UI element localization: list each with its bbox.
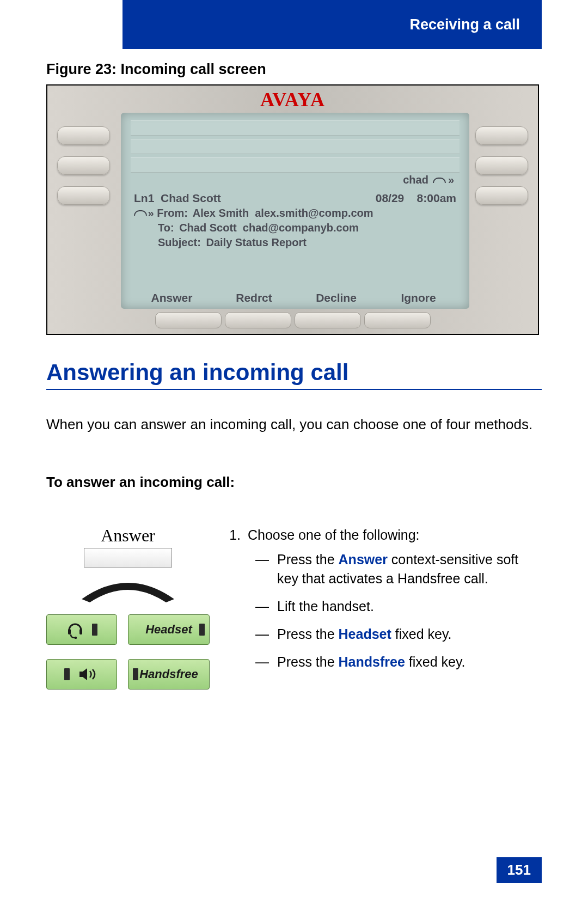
handsfree-key-label: Handsfree (139, 667, 198, 681)
from-label: From: (157, 207, 188, 219)
led-indicator (92, 624, 97, 636)
led-indicator (133, 668, 138, 680)
softkey-answer[interactable]: Answer (131, 291, 213, 304)
section-heading: Answering an incoming call (46, 359, 542, 390)
led-indicator (64, 668, 70, 680)
softkey-button-3[interactable] (295, 312, 361, 328)
header-title: Receiving a call (409, 16, 520, 33)
answer-softkey-label: Answer (46, 526, 210, 546)
softkey-hardware-row (155, 312, 431, 328)
svg-rect-0 (68, 629, 71, 635)
softkey-ignore[interactable]: Ignore (377, 291, 460, 304)
softkey-button-4[interactable] (364, 312, 431, 328)
step-illustration: Answer H (46, 526, 210, 690)
line-key-left-3[interactable] (57, 186, 110, 205)
brand-logo: AVAYA (260, 88, 325, 111)
line-key-right-3[interactable] (475, 186, 528, 205)
to-address: chad@companyb.com (243, 222, 359, 234)
headset-icon-key (46, 614, 117, 645)
handset-icon (134, 209, 145, 217)
option-handsfree: Press the Handsfree fixed key. (255, 652, 542, 672)
status-name: chad (403, 174, 428, 186)
handsfree-keyword: Handsfree (339, 654, 405, 669)
handsfree-icon-key (46, 659, 117, 690)
from-name: Alex Smith (193, 207, 249, 219)
svg-rect-1 (79, 629, 82, 635)
handsfree-label-key: Handsfree (128, 659, 210, 690)
from-address: alex.smith@comp.com (255, 207, 373, 219)
phone-lcd-screen: chad » Ln1 Chad Scott 08/29 8:00am (121, 113, 469, 309)
answer-keyword: Answer (339, 552, 388, 567)
subject-label: Subject: (158, 236, 201, 248)
line-key-left-1[interactable] (57, 126, 110, 145)
step-1-lead: Choose one of the following: (248, 527, 420, 542)
subject-line: Subject: Daily Status Report (131, 236, 460, 249)
softkey-button-1[interactable] (155, 312, 222, 328)
screen-row-2 (131, 139, 460, 154)
screen-row-3 (131, 157, 460, 173)
led-indicator (199, 624, 205, 636)
answer-softkey-graphic (84, 548, 172, 568)
ringing-icon: » (448, 174, 454, 186)
line-key-right-2[interactable] (475, 156, 528, 175)
call-info-line: Ln1 Chad Scott 08/29 8:00am (131, 192, 460, 205)
option-lift-handset: Lift the handset. (255, 597, 542, 616)
line-label: Ln1 (134, 192, 154, 204)
screen-status-line: chad » (131, 174, 460, 186)
to-name: Chad Scott (179, 222, 237, 234)
phone-figure: AVAYA chad » (46, 84, 539, 335)
to-label: To: (158, 222, 174, 234)
ringing-icon: » (148, 207, 154, 219)
handset-icon (76, 577, 180, 603)
subject-text: Daily Status Report (206, 236, 306, 248)
call-date: 08/29 (376, 192, 405, 204)
procedure-subheading: To answer an incoming call: (46, 474, 235, 491)
speaker-icon (77, 666, 99, 682)
from-line: » From: Alex Smith alex.smith@comp.com (131, 207, 460, 219)
line-key-left-2[interactable] (57, 156, 110, 175)
svg-point-2 (75, 637, 77, 639)
caller-name: Chad Scott (161, 192, 221, 204)
phone-body: AVAYA chad » (47, 86, 538, 334)
call-time: 8:00am (417, 192, 456, 204)
handset-icon (433, 176, 444, 184)
headset-label-key: Headset (128, 614, 210, 645)
softkey-decline[interactable]: Decline (295, 291, 377, 304)
softkey-button-2[interactable] (225, 312, 291, 328)
screen-row-1 (131, 120, 460, 136)
to-line: To: Chad Scott chad@companyb.com (131, 222, 460, 234)
softkey-redrct[interactable]: Redrct (213, 291, 295, 304)
intro-paragraph: When you can answer an incoming call, yo… (46, 415, 542, 434)
headset-keyword: Headset (339, 626, 391, 642)
softkey-row: Answer Redrct Decline Ignore (131, 291, 460, 304)
option-answer: Press the Answer context-sensitive soft … (255, 550, 542, 588)
page-number: 151 (497, 857, 542, 883)
headset-key-label: Headset (145, 623, 192, 637)
option-headset: Press the Headset fixed key. (255, 625, 542, 644)
line-key-right-1[interactable] (475, 126, 528, 145)
headset-icon (66, 620, 84, 639)
step-1: Choose one of the following: Press the A… (244, 526, 542, 672)
step-text: Choose one of the following: Press the A… (226, 526, 542, 690)
figure-caption: Figure 23: Incoming call screen (46, 61, 266, 78)
page-header: Receiving a call (122, 0, 542, 49)
